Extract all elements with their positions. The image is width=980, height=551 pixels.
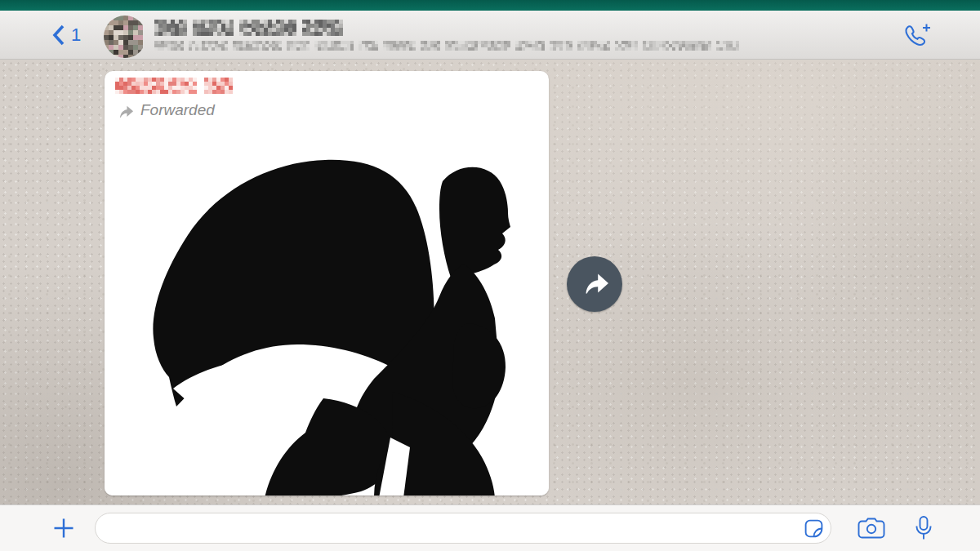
- camera-button[interactable]: [858, 517, 885, 540]
- camera-icon: [858, 517, 885, 540]
- add-call-button[interactable]: [900, 22, 933, 53]
- group-title-redacted: [154, 20, 739, 36]
- sender-name-redacted: [105, 71, 549, 94]
- chat-header: 1: [0, 11, 980, 60]
- share-arrow-icon: [578, 268, 611, 300]
- chat-area: Forwarded: [0, 60, 980, 504]
- composer-bar: [0, 504, 980, 551]
- message-input[interactable]: [95, 513, 831, 544]
- plus-icon: [51, 515, 77, 541]
- group-avatar[interactable]: [104, 16, 146, 58]
- attach-button[interactable]: [51, 515, 77, 541]
- unread-count-badge: 1: [71, 26, 81, 44]
- forward-button[interactable]: [567, 256, 622, 312]
- sticker-icon: [804, 518, 824, 539]
- forward-arrow-icon: [114, 102, 134, 118]
- message-bubble[interactable]: Forwarded: [105, 71, 549, 495]
- mic-button[interactable]: [913, 515, 934, 541]
- microphone-icon: [913, 515, 934, 541]
- sticker-button[interactable]: [804, 518, 824, 539]
- chevron-left-icon: [51, 23, 67, 47]
- back-button[interactable]: 1: [51, 23, 81, 47]
- whatsapp-chat-screen: 1 Forwarded: [0, 0, 980, 551]
- group-info[interactable]: [154, 20, 739, 51]
- forwarded-label: Forwarded: [140, 101, 215, 119]
- group-members-redacted: [154, 41, 739, 51]
- status-strip: [0, 0, 980, 11]
- phone-plus-icon: [900, 22, 933, 50]
- message-image[interactable]: [105, 129, 549, 495]
- forwarded-row: Forwarded: [114, 101, 549, 119]
